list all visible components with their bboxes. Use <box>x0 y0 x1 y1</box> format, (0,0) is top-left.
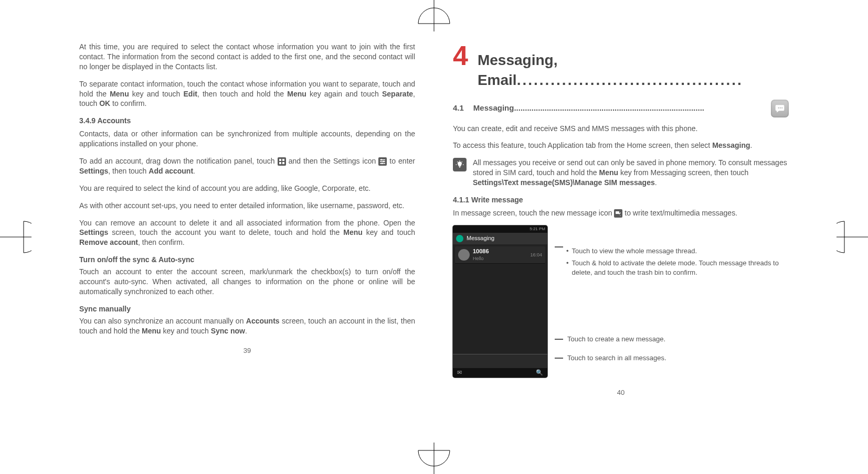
crop-mark-top <box>403 0 465 31</box>
tip-text: All messages you receive or send out can… <box>473 158 789 188</box>
svg-point-23 <box>780 107 781 108</box>
lightbulb-icon <box>453 158 467 171</box>
crop-mark-left <box>0 206 31 268</box>
thread-number: 10086 <box>473 247 489 255</box>
section-title: Messaging...............................… <box>473 103 761 113</box>
svg-point-19 <box>381 159 383 161</box>
body-text: You can remove an account to delete it a… <box>79 218 415 248</box>
phone-input-bar <box>453 354 547 368</box>
annotation-text: Touch to search in all messages. <box>567 353 666 363</box>
page-39: At this time, you are required to select… <box>79 42 415 458</box>
heading-write-message: 4.1.1 Write message <box>453 195 789 205</box>
body-text: Contacts, data or other information can … <box>79 129 415 149</box>
settings-sliders-icon <box>378 157 387 166</box>
body-text: In message screen, touch the new message… <box>453 208 789 218</box>
phone-status-bar: 5:21 PM <box>453 225 547 233</box>
svg-rect-25 <box>616 211 619 214</box>
search-button[interactable]: 🔍 <box>536 369 543 376</box>
svg-point-24 <box>781 107 782 108</box>
phone-header-title: Messaging <box>467 234 494 242</box>
annotation-text: Touch to view the whole message thread. <box>572 246 697 256</box>
compose-button[interactable]: ✉ <box>457 369 462 376</box>
subheading-sync: Turn on/off the sync & Auto-sync <box>79 255 415 265</box>
annotation-text: Touch & hold to activate the delete mode… <box>572 258 789 277</box>
page-number: 39 <box>79 346 415 356</box>
svg-point-22 <box>778 107 779 108</box>
section-number: 4.1 <box>453 103 464 113</box>
messaging-app-icon <box>771 100 789 117</box>
phone-mock: 5:21 PM Messaging 10086 Hello 16:04 ✉ <box>453 225 547 378</box>
body-text: As with other account set-ups, you need … <box>79 201 415 211</box>
svg-text:+: + <box>620 214 621 216</box>
thread-preview: Hello <box>473 255 489 262</box>
body-text: You can also synchronize an account manu… <box>79 316 415 336</box>
apps-grid-icon <box>278 157 286 166</box>
chapter-title: Messaging, Email........................… <box>478 50 789 90</box>
subheading-sync-manually: Sync manually <box>79 304 415 314</box>
svg-rect-12 <box>279 159 281 161</box>
svg-rect-16 <box>380 159 385 160</box>
thread-time: 16:04 <box>530 252 542 258</box>
svg-point-20 <box>383 161 385 163</box>
body-text: You are required to select the kind of a… <box>79 184 415 193</box>
chapter-number: 4 <box>453 42 468 69</box>
body-text: To access this feature, touch Applicatio… <box>453 141 789 150</box>
page-40: 4 Messaging, Email......................… <box>453 42 789 458</box>
svg-rect-13 <box>282 159 284 161</box>
contact-avatar-icon <box>458 249 470 261</box>
phone-app-header: Messaging <box>453 233 547 244</box>
crop-mark-right <box>837 206 868 268</box>
body-text: To separate contact information, touch t… <box>79 79 415 109</box>
svg-rect-14 <box>279 162 281 164</box>
svg-point-21 <box>382 163 383 165</box>
page-number: 40 <box>453 388 789 397</box>
body-text: Touch an account to enter the account sc… <box>79 267 415 297</box>
compose-message-icon: + <box>614 209 622 218</box>
annotation-text: Touch to create a new message. <box>567 335 665 344</box>
svg-rect-15 <box>282 162 284 164</box>
body-text: You can create, edit and receive SMS and… <box>453 124 789 134</box>
svg-rect-17 <box>380 161 385 163</box>
body-text: At this time, you are required to select… <box>79 42 415 72</box>
body-text: To add an account, drag down the notific… <box>79 156 415 176</box>
tip-box: All messages you receive or send out can… <box>453 158 789 188</box>
crop-mark-bottom <box>403 443 465 474</box>
messaging-header-icon <box>456 235 463 242</box>
message-thread-row[interactable]: 10086 Hello 16:04 <box>455 246 545 264</box>
heading-accounts: 3.4.9 Accounts <box>79 116 415 126</box>
